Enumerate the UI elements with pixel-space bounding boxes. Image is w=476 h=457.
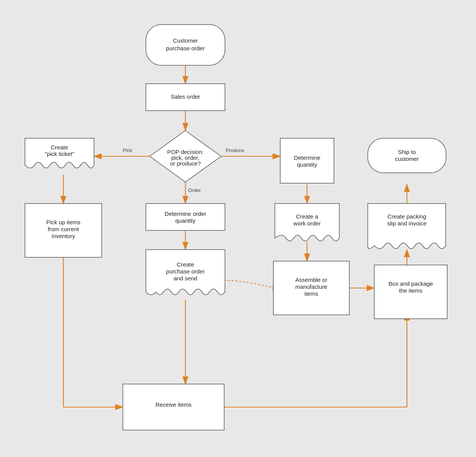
label-pickup3: inventory [52,233,75,239]
label-box2: the items [399,287,423,294]
label-pick: Pick [123,147,132,153]
label-pop3: or produce? [170,160,201,167]
label-createpo2: purchase order [166,268,205,275]
label-receive: Receive items [155,401,192,408]
label-workorder1: Create a [296,213,318,220]
label-pick-ticket1: Create [51,144,68,151]
label-box1: Box and package [388,280,433,287]
label-assemble1: Assemble or [295,277,327,283]
line-receive-box-right [224,311,407,407]
label-pick-ticket2: "pick ticket" [45,151,74,157]
label-produce: Produce [226,147,244,153]
label-ship2: customer [395,156,419,162]
flowchart: Customer purchase order Sales order POP … [0,0,476,457]
label-detorderqty2: quantity [175,217,196,224]
label-createpo3: and send [174,275,197,281]
label-order: Order [188,187,201,193]
label-ship1: Ship to [398,149,416,155]
label-detqty2: quantity [297,161,317,168]
label-customer-po2: purchase order [166,45,205,51]
arrow-po-assemble-dotted [224,280,280,288]
label-workorder2: work order [293,220,321,227]
label-packing2: slip and invoice [387,220,427,227]
label-pickup1: Pick up items [46,219,80,225]
label-customer-po: Customer [173,37,198,44]
label-pickup2: from current [48,226,79,232]
label-sales-order: Sales order [171,93,200,100]
label-assemble2: manufacture [295,283,327,290]
diagram-container: Customer purchase order Sales order POP … [0,0,476,457]
label-packing1: Create packing [388,213,426,220]
label-assemble3: items [304,290,318,297]
label-detorderqty1: Determine order [165,210,206,217]
arrow-receive-to-box [224,313,407,407]
label-createpo1: Create [177,261,194,268]
label-detqty1: Determine [294,154,320,161]
